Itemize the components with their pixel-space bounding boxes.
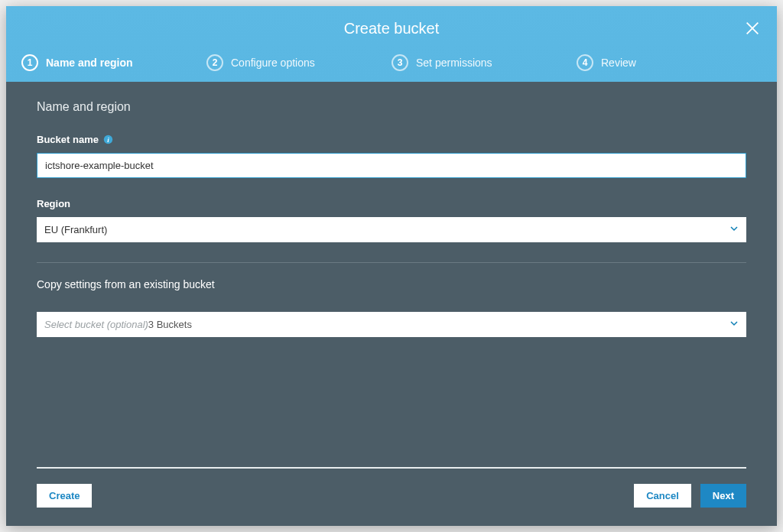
- modal-body: Name and region Bucket name i Region EU …: [6, 82, 777, 467]
- region-value: EU (Frankfurt): [44, 224, 107, 235]
- step-name-and-region[interactable]: 1 Name and region: [21, 54, 206, 71]
- step-label: Review: [601, 57, 636, 69]
- chevron-down-icon: [729, 224, 739, 235]
- modal-footer: Create Cancel Next: [6, 467, 777, 526]
- info-icon[interactable]: i: [103, 135, 113, 144]
- create-bucket-modal: Create bucket 1 Name and region 2 Config…: [6, 6, 777, 526]
- region-select[interactable]: EU (Frankfurt): [37, 217, 746, 242]
- create-button[interactable]: Create: [37, 484, 92, 508]
- copy-settings-title: Copy settings from an existing bucket: [37, 278, 746, 290]
- copy-settings-select[interactable]: Select bucket (optional) 3 Buckets: [37, 312, 746, 337]
- footer-divider: [37, 467, 746, 469]
- bucket-name-label: Bucket name: [37, 134, 99, 145]
- region-field: Region EU (Frankfurt): [37, 198, 746, 242]
- step-label: Name and region: [46, 57, 133, 69]
- stepper: 1 Name and region 2 Configure options 3 …: [6, 48, 777, 82]
- step-configure-options[interactable]: 2 Configure options: [206, 54, 392, 71]
- copy-settings-placeholder: Select bucket (optional): [44, 319, 148, 330]
- region-label: Region: [37, 198, 70, 209]
- copy-settings-field: Select bucket (optional) 3 Buckets: [37, 312, 746, 337]
- bucket-name-field: Bucket name i: [37, 134, 746, 178]
- modal-title: Create bucket: [344, 20, 440, 37]
- step-label: Configure options: [231, 57, 315, 69]
- chevron-down-icon: [729, 319, 739, 330]
- step-number: 3: [392, 54, 408, 71]
- section-title: Name and region: [37, 100, 746, 114]
- step-label: Set permissions: [416, 57, 492, 69]
- modal-header: Create bucket 1 Name and region 2 Config…: [6, 6, 777, 82]
- copy-settings-count: 3 Buckets: [148, 319, 192, 330]
- step-number: 1: [21, 54, 38, 71]
- next-button[interactable]: Next: [700, 484, 746, 508]
- step-set-permissions[interactable]: 3 Set permissions: [392, 54, 577, 71]
- step-number: 4: [577, 54, 593, 71]
- step-review[interactable]: 4 Review: [577, 54, 762, 71]
- step-number: 2: [206, 54, 223, 71]
- cancel-button[interactable]: Cancel: [634, 484, 691, 508]
- divider: [37, 262, 746, 263]
- close-icon[interactable]: [743, 20, 762, 38]
- bucket-name-input[interactable]: [37, 153, 746, 178]
